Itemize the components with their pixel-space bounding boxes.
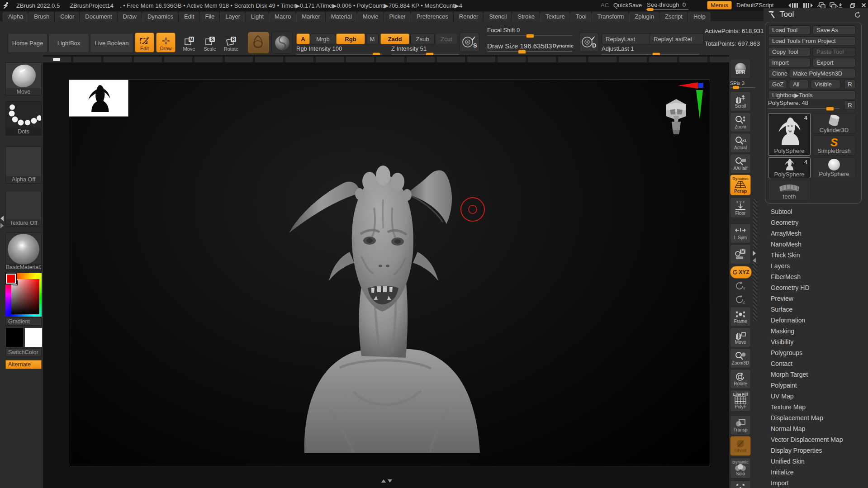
- section-contact[interactable]: Contact: [764, 358, 865, 369]
- tool-thumb-polysphere-3[interactable]: PolySphere: [812, 157, 856, 178]
- tool-thumb-polysphere-2[interactable]: 4 PolySphere: [768, 157, 811, 178]
- alternate-button[interactable]: Alternate: [5, 360, 42, 369]
- current-stroke-tile[interactable]: Dots: [5, 101, 42, 136]
- section-visibility[interactable]: Visibility: [764, 336, 865, 347]
- section-uv-map[interactable]: UV Map: [764, 391, 865, 402]
- solo-button[interactable]: Dynamic Solo: [730, 458, 751, 479]
- replay-last-rel-button[interactable]: ReplayLastRel: [650, 33, 704, 44]
- dynamic-draw-size-toggle[interactable]: Dynamic: [553, 43, 574, 48]
- copy-tool-button[interactable]: Copy Tool: [768, 47, 811, 57]
- zsub-button[interactable]: Zsub: [410, 33, 435, 44]
- persp-button[interactable]: Dynamic Persp: [730, 175, 751, 195]
- move-canvas-button[interactable]: Move: [730, 327, 751, 347]
- goz-visible-button[interactable]: Visible: [811, 80, 840, 89]
- menu-edit[interactable]: Edit: [179, 12, 199, 21]
- current-texture-tile[interactable]: Texture Off: [5, 191, 42, 227]
- item-r-button[interactable]: R: [844, 100, 856, 110]
- rotate-on-xyz-button[interactable]: XYZ: [730, 266, 752, 279]
- depth-d-icon[interactable]: D: [579, 32, 599, 52]
- zadd-button[interactable]: Zadd: [380, 33, 409, 44]
- menu-macro[interactable]: Macro: [269, 12, 296, 21]
- section-fibermesh[interactable]: FiberMesh: [764, 271, 865, 282]
- scale-mode-button[interactable]: S Scale: [201, 33, 219, 52]
- scroll-button[interactable]: Scroll: [730, 91, 751, 111]
- clone-button[interactable]: Clone: [768, 69, 787, 78]
- menu-help[interactable]: Help: [688, 12, 711, 21]
- tray-scrub-left-icon[interactable]: [788, 3, 800, 8]
- tool-thumb-teeth[interactable]: teeth: [768, 180, 811, 201]
- polyframe-button[interactable]: Line Fill PolyF: [730, 390, 751, 412]
- rotate-canvas-button[interactable]: Rotate: [730, 369, 751, 389]
- camera-head-gizmo[interactable]: [660, 96, 693, 135]
- section-morph-target[interactable]: Morph Target: [764, 369, 865, 380]
- transparent-a-button[interactable]: A: [296, 33, 310, 44]
- menu-texture[interactable]: Texture: [540, 12, 570, 21]
- current-material-tile[interactable]: BasicMaterial2: [5, 232, 42, 271]
- draw-mode-button[interactable]: Draw: [156, 33, 175, 52]
- menu-preferences[interactable]: Preferences: [411, 12, 454, 21]
- home-page-button[interactable]: Home Page: [8, 33, 47, 53]
- goz-all-button[interactable]: All: [789, 80, 809, 89]
- gradient-button[interactable]: Gradient: [5, 317, 42, 326]
- menu-stroke[interactable]: Stroke: [512, 12, 540, 21]
- lightbox-button[interactable]: LightBox: [48, 33, 89, 53]
- goz-button[interactable]: GoZ: [768, 80, 787, 89]
- current-color-swatch[interactable]: [6, 274, 16, 284]
- menu-zscript[interactable]: Zscript: [659, 12, 688, 21]
- section-deformation[interactable]: Deformation: [764, 315, 865, 326]
- right-tray-divider-2[interactable]: [753, 262, 757, 321]
- tool-thumb-simplebrush[interactable]: S SimpleBrush: [812, 136, 856, 156]
- make-polymesh3d-button[interactable]: Make PolyMesh3D: [789, 69, 856, 78]
- live-boolean-button[interactable]: Live Boolean: [90, 33, 133, 53]
- frame-button[interactable]: Frame: [730, 307, 751, 327]
- rgb-intensity-slider[interactable]: Rgb Intensity 100: [296, 45, 382, 55]
- section-nanomesh[interactable]: NanoMesh: [764, 239, 865, 250]
- section-masking[interactable]: Masking: [764, 326, 865, 336]
- current-alpha-tile[interactable]: Alpha Off: [5, 147, 42, 184]
- menu-dynamics[interactable]: Dynamics: [142, 12, 179, 21]
- goz-r-button[interactable]: R: [844, 80, 856, 89]
- rotate-y-button[interactable]: Y: [735, 280, 746, 291]
- spix-slider[interactable]: SPix 3: [730, 81, 755, 88]
- section-vector-displacement-map[interactable]: Vector Displacement Map: [764, 434, 865, 445]
- right-tray-divider[interactable]: [753, 199, 757, 249]
- section-import[interactable]: Import: [764, 478, 865, 488]
- section-surface[interactable]: Surface: [764, 304, 865, 315]
- rotate-z-button[interactable]: Z: [735, 294, 746, 305]
- tool-item-slider[interactable]: PolySphere. 48: [768, 99, 840, 109]
- menu-zplugin[interactable]: Zplugin: [629, 12, 659, 21]
- zoom-button[interactable]: Zoom: [730, 112, 751, 132]
- current-brush-button[interactable]: [247, 32, 270, 54]
- menu-render[interactable]: Render: [454, 12, 484, 21]
- section-polypaint[interactable]: Polypaint: [764, 380, 865, 391]
- current-brush-tile[interactable]: Move: [5, 62, 42, 96]
- menu-marker[interactable]: Marker: [296, 12, 325, 21]
- menu-alpha[interactable]: Alpha: [3, 12, 28, 21]
- current-material-button[interactable]: [271, 32, 293, 54]
- canvas-top-scrollbar[interactable]: [43, 57, 729, 62]
- transparency-button[interactable]: Transp: [730, 415, 751, 435]
- canvas-bottom-scroll-arrows[interactable]: [381, 479, 392, 483]
- rotate-mode-button[interactable]: R Rotate: [222, 33, 241, 52]
- save-as-button[interactable]: Save As: [812, 25, 856, 35]
- menu-tool[interactable]: Tool: [570, 12, 592, 21]
- menu-color[interactable]: Color: [55, 12, 80, 21]
- menu-transform[interactable]: Transform: [592, 12, 630, 21]
- section-polygroups[interactable]: Polygroups: [764, 347, 865, 358]
- load-tool-button[interactable]: Load Tool: [768, 25, 811, 35]
- zoom3d-button[interactable]: Zoom3D: [730, 348, 751, 368]
- color-picker[interactable]: [5, 273, 42, 317]
- menu-movie[interactable]: Movie: [357, 12, 384, 21]
- move-mode-button[interactable]: M Move: [180, 33, 198, 52]
- bpr-button[interactable]: BPR: [730, 59, 751, 79]
- section-display-properties[interactable]: Display Properties: [764, 445, 865, 456]
- replay-last-button[interactable]: ReplayLast: [602, 33, 651, 44]
- section-displacement-map[interactable]: Displacement Map: [764, 412, 865, 423]
- edit-mode-button[interactable]: Edit: [135, 33, 154, 52]
- mrgb-button[interactable]: Mrgb: [311, 33, 335, 44]
- menu-brush[interactable]: Brush: [28, 12, 55, 21]
- m-button[interactable]: M: [366, 33, 379, 44]
- section-geometry[interactable]: Geometry: [764, 217, 865, 228]
- load-tools-from-project-button[interactable]: Load Tools From Project: [768, 36, 856, 46]
- menu-light[interactable]: Light: [246, 12, 269, 21]
